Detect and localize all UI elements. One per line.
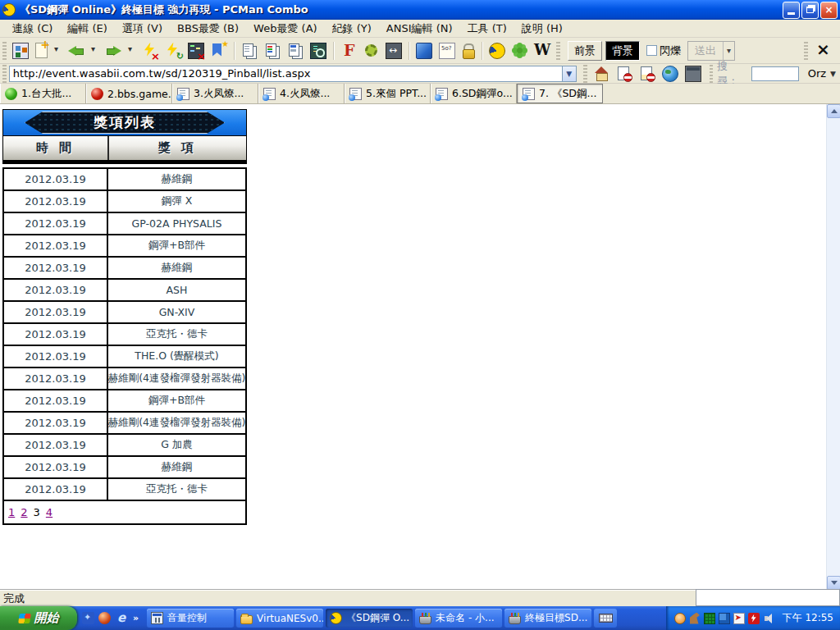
task-button[interactable]: 《SD鋼彈 O...	[326, 609, 413, 628]
toolbar-separator	[234, 42, 235, 60]
search-input[interactable]	[751, 66, 799, 81]
page-link[interactable]: 2	[21, 506, 27, 518]
browser-tab[interactable]: 1.台大批...	[0, 84, 86, 103]
toolbar-button[interactable]	[307, 40, 330, 62]
toolbar-button[interactable]	[413, 40, 436, 62]
close-button[interactable]: ×	[820, 2, 838, 19]
menu-item[interactable]: BBS最愛 (B)	[170, 20, 246, 38]
task-button[interactable]: 未命名 - 小...	[415, 609, 502, 628]
toolbar-button[interactable]	[9, 40, 32, 62]
menu-item[interactable]: Web最愛 (A)	[246, 20, 325, 38]
toolbar-button[interactable]	[509, 40, 531, 62]
address-toolbar-button[interactable]	[590, 63, 613, 84]
browser-tab[interactable]: 5.來個 PPT...	[345, 84, 431, 103]
settings-gear-icon	[365, 44, 377, 57]
menu-item[interactable]: 工具 (T)	[460, 20, 514, 38]
toolbar-gripper[interactable]	[2, 65, 7, 83]
start-button[interactable]: 開始	[0, 606, 77, 630]
volume-speaker-icon[interactable]	[763, 613, 774, 624]
task-button[interactable]: VirtuaNESv0...	[236, 609, 323, 628]
toolbar-button[interactable]	[51, 40, 65, 62]
blink-checkbox[interactable]	[646, 45, 657, 56]
task-button[interactable]: 音量控制	[147, 609, 234, 628]
menu-item[interactable]: 說明 (H)	[514, 20, 570, 38]
browser-tab[interactable]: 7. 《SD鋼...	[517, 84, 603, 103]
url-input[interactable]	[10, 66, 562, 81]
ie-browser-icon[interactable]	[115, 612, 127, 624]
task-button[interactable]: 終極目標SD...	[504, 609, 591, 628]
address-toolbar-button[interactable]	[659, 63, 682, 84]
page-link[interactable]: 4	[46, 506, 52, 518]
chevron-down-icon[interactable]: ▾	[724, 46, 734, 55]
browser-tab[interactable]: 3.火凤燎...	[172, 84, 258, 103]
toolbar-button[interactable]	[531, 40, 554, 62]
url-dropdown-button[interactable]: ▼	[562, 66, 576, 81]
minimize-button[interactable]	[783, 2, 800, 19]
page-link[interactable]: 1	[8, 506, 15, 518]
input-method-button[interactable]	[594, 609, 617, 628]
toolbar-button[interactable]	[360, 40, 382, 62]
scroll-up-button[interactable]	[827, 104, 840, 118]
address-toolbar-button[interactable]	[613, 63, 636, 84]
menu-item[interactable]: 編輯 (E)	[60, 20, 115, 38]
toolbar-button[interactable]	[102, 40, 125, 62]
menu-item[interactable]: 紀錄 (Y)	[325, 20, 379, 38]
browser-tab[interactable]: 2.bbs.game...	[86, 84, 172, 103]
toolbar-button[interactable]	[208, 40, 231, 62]
toolbar-button[interactable]	[261, 40, 284, 62]
menu-item[interactable]: ANSI編輯 (N)	[379, 20, 460, 38]
foreground-color-button[interactable]: 前景	[568, 41, 602, 61]
quick-launch-overflow-chevron[interactable]: »	[133, 613, 139, 623]
user-face-icon[interactable]	[674, 613, 686, 624]
horse-icon[interactable]	[689, 613, 701, 624]
toolbar-button[interactable]	[382, 40, 405, 62]
cell-date: 2012.03.19	[4, 457, 108, 477]
close-toolbar-button[interactable]	[810, 40, 833, 62]
toolbar-button[interactable]	[337, 40, 360, 62]
blue-star-icon[interactable]	[82, 612, 94, 624]
address-toolbar-button[interactable]	[636, 63, 659, 84]
table-row: 2012.03.19 鋼彈+B部件	[4, 390, 245, 413]
toolbar-button[interactable]	[139, 40, 162, 62]
toolbar-button[interactable]	[65, 40, 88, 62]
send-button[interactable]: 送出 ▾	[687, 41, 735, 61]
page-icon	[263, 88, 276, 100]
toolbar-button[interactable]	[459, 40, 478, 62]
flashget-lightning-icon[interactable]	[748, 613, 760, 624]
browser-tab[interactable]: 6.SD鋼彈o...	[431, 84, 517, 103]
toolbar-button[interactable]	[88, 40, 102, 62]
dropdown-caret-icon	[54, 43, 62, 59]
toolbar-gripper[interactable]	[804, 42, 808, 60]
toolbar-button[interactable]	[238, 40, 261, 62]
toolbar-gripper[interactable]	[583, 65, 587, 83]
toolbar-gripper[interactable]	[2, 42, 7, 60]
scroll-down-button[interactable]	[827, 576, 840, 590]
toolbar-button[interactable]	[486, 40, 509, 62]
toolbar-gripper[interactable]	[556, 42, 560, 60]
toolbar-button[interactable]	[32, 40, 51, 62]
toolbar-gripper[interactable]	[710, 65, 714, 83]
browser-tab[interactable]: 4.火凤燎...	[258, 84, 345, 103]
green-grid-icon[interactable]	[704, 613, 715, 624]
media-player-icon[interactable]	[98, 612, 111, 624]
cell-date: 2012.03.19	[4, 413, 108, 433]
menu-item[interactable]: 連線 (C)	[5, 20, 60, 38]
search-engine-dropdown[interactable]: Orz ▼	[804, 66, 840, 80]
toolbar-button[interactable]	[284, 40, 307, 62]
menu-item[interactable]: 選項 (V)	[115, 20, 170, 38]
restore-button[interactable]	[801, 2, 819, 19]
toolbar-button[interactable]	[162, 40, 185, 62]
toolbar-separator	[482, 42, 482, 60]
red-cursor-icon[interactable]	[733, 613, 745, 624]
network-monitor-icon[interactable]	[719, 613, 730, 624]
table-row: 2012.03.19 赫維剛(4連發榴彈發射器裝備)	[4, 413, 245, 435]
page-icon	[349, 88, 362, 100]
vertical-scrollbar[interactable]	[826, 104, 840, 590]
toolbar-button[interactable]	[185, 40, 208, 62]
address-toolbar-button[interactable]	[682, 63, 705, 84]
toolbar-button[interactable]	[125, 40, 139, 62]
cell-date: 2012.03.19	[4, 346, 108, 367]
background-color-button[interactable]: 背景	[605, 41, 640, 61]
toolbar-button[interactable]	[436, 40, 459, 62]
close-x-icon	[814, 43, 830, 59]
